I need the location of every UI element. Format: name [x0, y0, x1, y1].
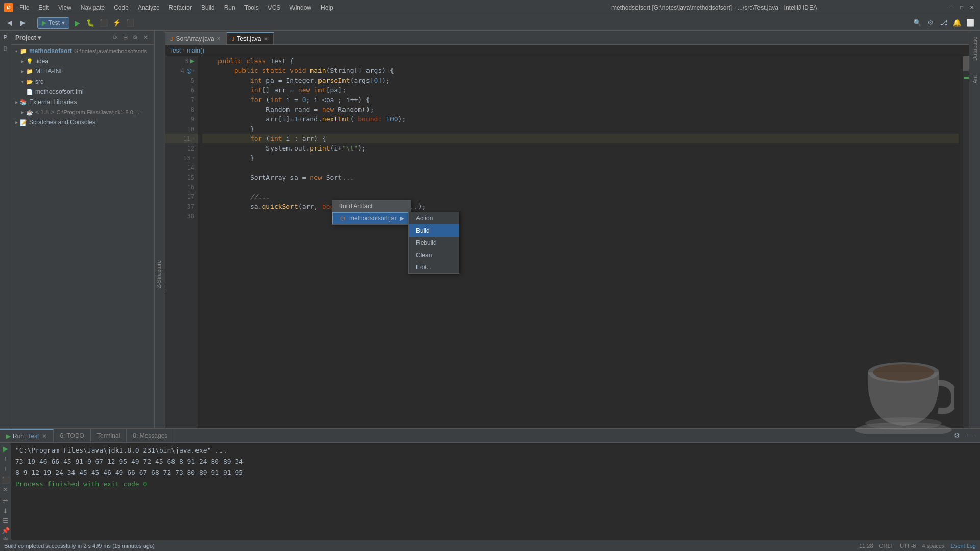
scratches-arrow[interactable]: ▶ [13, 120, 19, 125]
bookmarks-panel-icon[interactable]: B [1, 44, 10, 53]
bottom-minimize-btn[interactable]: — [965, 430, 976, 441]
settings-button[interactable]: ⚙ [925, 17, 936, 29]
submenu-rebuild[interactable]: Rebuild [409, 237, 459, 249]
run-tab[interactable]: ▶ Run: Test ✕ [0, 429, 54, 443]
terminal-tab[interactable]: Terminal [91, 429, 127, 443]
build-artifact-popup: Build Artifact ⬡ methodsofsort:jar ▶ [332, 200, 411, 225]
bookmark-4[interactable]: @ [186, 68, 192, 74]
sidebar-settings-icon[interactable]: ⚙ [131, 34, 139, 42]
tab-sortarray[interactable]: J SortArray.java ✕ [165, 32, 227, 44]
submenu-action[interactable]: Action [409, 212, 459, 224]
code-line-12: System.out.print(i+"\t"); [202, 143, 959, 153]
breadcrumb-main[interactable]: main() [187, 47, 204, 54]
autoscroll-btn[interactable]: ⬇ [0, 507, 11, 515]
profile-button[interactable]: ⚡ [111, 17, 122, 29]
bottom-panel-tabs: ▶ Run: Test ✕ 6: TODO Terminal 0: Messag… [0, 429, 980, 443]
back-button[interactable]: ◀ [4, 17, 15, 29]
crlf-indicator[interactable]: CRLF [879, 543, 894, 549]
menu-run[interactable]: Run [220, 3, 239, 12]
project-panel-icon[interactable]: P [1, 33, 10, 42]
menu-view[interactable]: View [54, 3, 76, 12]
close-run-btn[interactable]: ✕ [0, 486, 11, 493]
forward-button[interactable]: ▶ [17, 17, 29, 29]
expand-button[interactable]: ⬜ [965, 17, 976, 29]
scratches-icon: 📝 [19, 118, 28, 127]
stop-run-btn[interactable]: ⬛ [0, 476, 11, 484]
run-with-coverage-button[interactable]: ⬛ [98, 17, 109, 29]
messages-tab[interactable]: 0: Messages [127, 429, 174, 443]
menu-vcs[interactable]: VCS [264, 3, 285, 12]
tree-root[interactable]: ▾ 📁 methodsofsort G:\notes\java\methodso… [11, 46, 154, 56]
breadcrumb-test[interactable]: Test [169, 47, 181, 54]
notifications-button[interactable]: 🔔 [951, 17, 963, 29]
menu-refactor[interactable]: Refactor [165, 3, 196, 12]
tree-root-arrow[interactable]: ▾ [13, 49, 19, 54]
pin-btn[interactable]: 📌 [0, 527, 11, 534]
line-12-gutter: 12 [165, 143, 198, 153]
tree-item-scratches[interactable]: ▶ 📝 Scratches and Consoles [11, 117, 154, 128]
tree-item-src[interactable]: ▾ 📂 src [11, 77, 154, 87]
menu-help[interactable]: Help [316, 3, 337, 12]
line-col-indicator[interactable]: 11:28 [859, 543, 873, 549]
minimize-button[interactable]: — [947, 4, 955, 12]
tree-item-extlibs[interactable]: ▶ 📚 External Libraries [11, 97, 154, 107]
extlibs-arrow[interactable]: ▶ [13, 100, 19, 105]
git-button[interactable]: ⎇ [938, 17, 949, 29]
soft-wrap-btn[interactable]: ⇌ [0, 497, 11, 505]
src-arrow[interactable]: ▾ [19, 80, 26, 84]
maximize-button[interactable]: □ [958, 4, 966, 12]
sidebar-sync-icon[interactable]: ⟳ [111, 34, 119, 42]
tree-item-meta[interactable]: ▶ 📁 META-INF [11, 66, 154, 77]
database-panel-label[interactable]: Database [971, 35, 979, 63]
tree-item-iml[interactable]: 📄 methodsofsort.iml [11, 87, 154, 97]
submenu-clean[interactable]: Clean [409, 249, 459, 261]
rerun-btn[interactable]: ▶ [0, 445, 11, 453]
bottom-settings-btn[interactable]: ⚙ [951, 430, 963, 441]
trash-btn[interactable]: 🗑 [0, 536, 11, 540]
run-button[interactable]: ▶ [71, 17, 83, 29]
meta-arrow[interactable]: ▶ [19, 69, 26, 74]
debug-button[interactable]: 🐛 [85, 17, 96, 29]
scrollbar-thumb[interactable] [963, 56, 969, 71]
menu-analyze[interactable]: Analyze [134, 3, 164, 12]
submenu-build[interactable]: Build [409, 224, 459, 237]
code-line-6: int[] arr = new int[pa]; [202, 85, 959, 95]
scroll-down-btn[interactable]: ↓ [0, 464, 11, 472]
jdk-arrow[interactable]: ▶ [19, 110, 26, 115]
run-config-dropdown[interactable]: ▶ Test ▾ [37, 17, 69, 29]
settings-run-btn[interactable]: ☰ [0, 517, 11, 524]
menu-navigate[interactable]: Navigate [77, 3, 109, 12]
tree-item-jdk[interactable]: ▶ ☕ < 1.8 > C:\Program Files\Java\jdk1.8… [11, 107, 154, 117]
code-line-4: public static void main(String[] args) { [202, 66, 959, 76]
menu-build[interactable]: Build [197, 3, 219, 12]
search-everywhere-button[interactable]: 🔍 [912, 17, 923, 29]
menu-tools[interactable]: Tools [240, 3, 263, 12]
tab-test[interactable]: J Test.java ✕ [227, 32, 274, 44]
encoding-indicator[interactable]: UTF-8 [900, 543, 916, 549]
iml-icon: 📄 [26, 88, 34, 96]
linenum-7: 7 [191, 96, 197, 104]
menu-file[interactable]: File [15, 3, 33, 12]
event-log-link[interactable]: Event Log [950, 543, 976, 549]
menu-window[interactable]: Window [285, 3, 315, 12]
ant-panel-label[interactable]: Ant [971, 73, 979, 86]
stop-button[interactable]: ⬛ [125, 17, 136, 29]
menu-edit[interactable]: Edit [34, 3, 53, 12]
idea-arrow[interactable]: ▶ [19, 59, 26, 64]
run-tab-close[interactable]: ✕ [42, 433, 47, 440]
submenu-edit[interactable]: Edit... [409, 261, 459, 273]
sortarray-tab-close[interactable]: ✕ [217, 36, 221, 41]
test-tab-close[interactable]: ✕ [264, 36, 268, 42]
todo-tab[interactable]: 6: TODO [54, 429, 91, 443]
indent-indicator[interactable]: 4 spaces [922, 543, 944, 549]
bottom-panel: ▶ Run: Test ✕ 6: TODO Terminal 0: Messag… [0, 428, 980, 540]
close-button[interactable]: ✕ [968, 4, 976, 12]
scroll-up-btn[interactable]: ↑ [0, 455, 11, 462]
menu-code[interactable]: Code [110, 3, 133, 12]
sidebar-close-icon[interactable]: ✕ [141, 34, 150, 42]
build-artifact-item[interactable]: ⬡ methodsofsort:jar ▶ [332, 212, 411, 224]
tree-item-idea[interactable]: ▶ 💡 .idea [11, 56, 154, 66]
run-marker-3[interactable]: ▶ [190, 58, 197, 64]
z-structure-label[interactable]: Z-Structure [155, 258, 163, 290]
sidebar-collapse-icon[interactable]: ⊟ [121, 34, 129, 42]
